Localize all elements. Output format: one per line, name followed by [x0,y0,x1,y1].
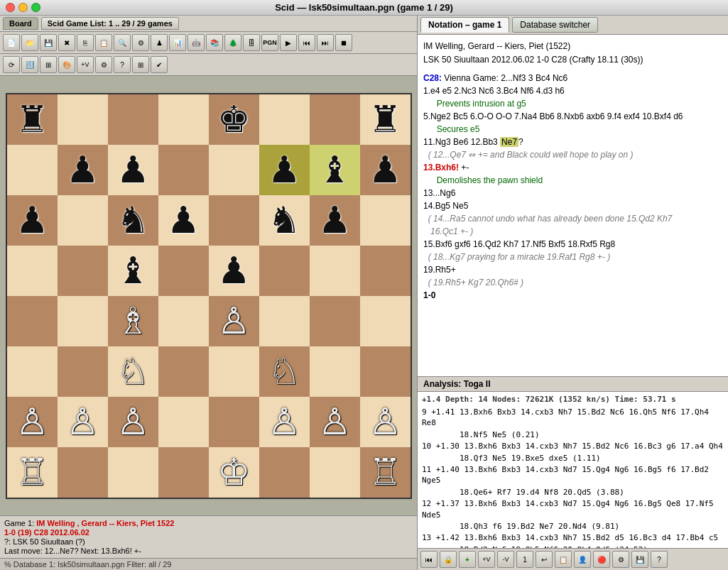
tb2-mark[interactable]: ✔ [151,56,168,73]
square-f7[interactable]: ♟ [259,145,310,195]
square-a4[interactable] [7,296,58,346]
rt-btn-2[interactable]: 🔒 [440,551,457,568]
tb-game[interactable]: ♟ [151,34,168,51]
square-d6[interactable]: ♟ [158,195,209,246]
square-d8[interactable] [158,94,209,145]
rt-btn-6[interactable]: 1 [516,551,533,568]
tb2-eval[interactable]: +V [77,56,94,73]
rt-btn-1[interactable]: ⏮ [420,551,438,568]
maximize-button[interactable] [31,3,40,12]
notation-tab[interactable]: Notation – game 1 [420,17,509,33]
square-a5[interactable] [7,246,58,296]
square-g3[interactable] [310,346,360,397]
minimize-button[interactable] [18,3,28,12]
square-g7[interactable]: ♝ [310,145,360,195]
tb-pgn[interactable]: PGN [261,34,278,51]
square-g5[interactable] [310,246,360,296]
tb-book[interactable]: 📚 [206,34,223,51]
square-e8[interactable]: ♚ [209,94,259,145]
chessboard[interactable]: ♜ ♚ ♜ ♟ ♟ ♟ ♝ ♟ ♟ [6,93,412,499]
square-b8[interactable] [58,94,108,145]
square-b1[interactable] [58,447,108,498]
tb-open[interactable]: 📁 [21,34,38,51]
square-c8[interactable] [108,94,158,145]
square-f1[interactable] [259,447,310,498]
rt-btn-12[interactable]: 💾 [631,551,648,568]
square-c4[interactable]: ♗ [108,296,158,346]
rt-btn-10[interactable]: 🔴 [593,551,610,568]
square-d1[interactable] [158,447,209,498]
square-h2[interactable]: ♙ [360,397,411,447]
tb2-flag[interactable]: ⊞ [132,56,149,73]
square-h4[interactable] [360,296,411,346]
square-a1[interactable]: ♖ [7,447,58,498]
rt-btn-4[interactable]: +V [478,551,495,568]
square-b6[interactable] [58,195,108,246]
square-g4[interactable] [310,296,360,346]
square-f3[interactable]: ♘ [259,346,310,397]
square-d5[interactable] [158,246,209,296]
tb-extra2[interactable]: ⏮ [298,34,315,51]
square-e1[interactable]: ♔ [209,447,259,498]
tb2-options[interactable]: ⚙ [95,56,112,73]
tb-close[interactable]: ✖ [58,34,75,51]
analysis-area[interactable]: +1.4 Depth: 14 Nodes: 72621K (1352 kn/s)… [418,392,728,548]
notation-area[interactable]: IM Welling, Gerard -- Kiers, Piet (1522)… [418,35,728,376]
square-d4[interactable] [158,296,209,346]
rt-btn-9[interactable]: 👤 [574,551,591,568]
db-switcher-button[interactable]: Database switcher [512,17,598,33]
rt-btn-13[interactable]: ? [651,551,668,568]
square-f4[interactable] [259,296,310,346]
square-d7[interactable] [158,145,209,195]
tb2-coords[interactable]: 🔢 [21,56,38,73]
tb-new[interactable]: 📄 [3,34,20,51]
square-c5[interactable]: ♝ [108,246,158,296]
square-c2[interactable]: ♙ [108,397,158,447]
square-g1[interactable] [310,447,360,498]
square-e5[interactable]: ♟ [209,246,259,296]
square-f6[interactable]: ♞ [259,195,310,246]
tb-db[interactable]: 🗄 [243,34,260,51]
square-h6[interactable] [360,195,411,246]
tb-search[interactable]: 🔍 [114,34,131,51]
tb-tree[interactable]: 🌲 [224,34,241,51]
square-c7[interactable]: ♟ [108,145,158,195]
square-c3[interactable]: ♘ [108,346,158,397]
square-a6[interactable]: ♟ [7,195,58,246]
tb2-flip[interactable]: ⟳ [3,56,20,73]
tb-engine[interactable]: 🤖 [188,34,205,51]
square-h8[interactable]: ♜ [360,94,411,145]
tb-analysis[interactable]: 📊 [169,34,186,51]
rt-btn-3[interactable]: + [459,551,476,568]
square-d3[interactable] [158,346,209,397]
square-h5[interactable] [360,246,411,296]
game-list-tab[interactable]: Scid Game List: 1 .. 29 / 29 games [41,17,179,30]
square-b2[interactable]: ♙ [58,397,108,447]
tb2-size[interactable]: ⊞ [40,56,57,73]
square-a2[interactable]: ♙ [7,397,58,447]
square-f2[interactable]: ♙ [259,397,310,447]
square-b5[interactable] [58,246,108,296]
square-d2[interactable] [158,397,209,447]
tb-paste[interactable]: 📋 [95,34,112,51]
square-a7[interactable] [7,145,58,195]
close-button[interactable] [6,3,15,12]
tb-save[interactable]: 💾 [40,34,57,51]
square-b3[interactable] [58,346,108,397]
square-e4[interactable]: ♙ [209,296,259,346]
square-e6[interactable] [209,195,259,246]
tb2-color[interactable]: 🎨 [58,56,75,73]
square-e3[interactable] [209,346,259,397]
square-b7[interactable]: ♟ [58,145,108,195]
square-g6[interactable]: ♟ [310,195,360,246]
square-h3[interactable] [360,346,411,397]
tb-extra4[interactable]: ⏹ [335,34,352,51]
square-e2[interactable] [209,397,259,447]
square-h1[interactable]: ♖ [360,447,411,498]
rt-btn-5[interactable]: -V [497,551,514,568]
square-f5[interactable] [259,246,310,296]
rt-btn-11[interactable]: ⚙ [612,551,629,568]
rt-btn-8[interactable]: 📋 [555,551,572,568]
square-h7[interactable]: ♟ [360,145,411,195]
tb2-help[interactable]: ? [114,56,131,73]
